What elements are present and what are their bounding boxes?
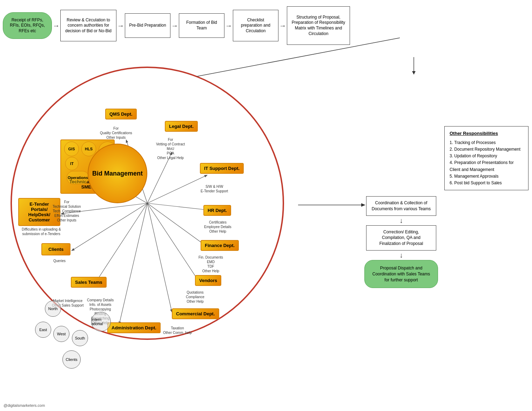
dept-hr: HR Dept. [203, 205, 231, 216]
vendors-annotation: QuotationsComplianceOther Help [186, 290, 204, 304]
right-arrow-1: ↓ [399, 217, 403, 225]
circle-to-right [298, 196, 368, 214]
dept-commercial: Commercial Dept. [172, 308, 219, 319]
dept-vendors: Vendors [195, 275, 221, 286]
commercial-annotation: TaxationOther Comm. help [163, 326, 192, 335]
hr-annotation: CertificatesEmployee DetailsOther Help [204, 220, 231, 234]
flow-step-5: Checklist preparation and Circulation [233, 10, 278, 41]
dept-it-support: IT Support Dept. [200, 163, 244, 174]
dept-sales: Sales Teams [71, 277, 107, 288]
sales-west: West [53, 326, 69, 342]
sales-clients: Clients [62, 350, 81, 369]
dept-legal: Legal Dept. [165, 121, 198, 132]
qms-annotation: ForQuality CertificationsOther Inputs [100, 126, 132, 140]
top-flow: Receipt of RFPs, RFIs, EOIs, RFQs, RFEs … [3, 6, 529, 45]
arrow-4: → [225, 22, 232, 30]
dept-qms: QMS Dept. [105, 109, 137, 119]
right-flow: Coordination & Collection of Documents f… [364, 196, 438, 288]
dispatch-box: Proposal Dispatch and Coordination with … [364, 260, 438, 288]
dept-admin: Administration Dept. [107, 322, 161, 333]
other-responsibilities: Other Responsibilities 1. Tracking of Pr… [444, 126, 528, 190]
arrow-5: → [279, 22, 286, 30]
tech-annotation: ForTechnical SolutionTech. ComplianceEff… [53, 200, 81, 222]
tech-it: IT [65, 157, 79, 170]
clients-annotation: Queries [53, 259, 66, 263]
diagram-area: Bid Management QMS Dept. ForQuality Cert… [0, 60, 298, 403]
flow-step-3: Pre-Bid Preparation [125, 13, 170, 38]
flow-step-1: Receipt of RFPs, RFIs, EOIs, RFQs, RFEs … [3, 12, 52, 39]
flow-step-4: Formation of Bid Team [179, 13, 224, 38]
arrow-1: → [53, 22, 60, 30]
correction-box: Correction/ Editing, Compilation, QA and… [366, 225, 436, 251]
tech-gis: GIS [64, 142, 79, 156]
tech-operations: Operations [67, 171, 89, 184]
coord-box: Coordination & Collection of Documents f… [366, 196, 436, 216]
sales-south: South [72, 330, 88, 346]
right-arrow-2: ↓ [399, 251, 403, 259]
arrow-3: → [171, 22, 178, 30]
arrow-2: → [117, 22, 124, 30]
tech-hls: HLS [81, 142, 96, 156]
finance-annotation: Fin. DocumentsEMDTDFOther Help [198, 255, 223, 273]
dept-finance: Finance Dept. [201, 240, 239, 251]
sales-international: Intern ational [91, 312, 111, 331]
other-resp-items: 1. Tracking of Processes 2. Document Rep… [450, 139, 523, 186]
legal-annotation: ForVetting of ContractMoUPOAOther Legal … [156, 137, 185, 160]
dept-clients: Clients [41, 243, 70, 255]
etender-annotation: Difficulties in uploading &submission of… [22, 227, 61, 236]
flow-step-6: Structuring of Proposal, Preparation of … [287, 6, 350, 45]
sales-north: North [45, 301, 61, 317]
flow-step-2: Review & Circulation to concern authorit… [60, 10, 116, 41]
svg-marker-13 [412, 71, 416, 75]
it-annotation: S/W & H/WE-Tender Support [201, 184, 228, 193]
watermark: @digitalsmarketers.com [4, 403, 45, 407]
sales-east: East [35, 322, 51, 338]
bid-management-center: Bid Management [88, 144, 147, 203]
